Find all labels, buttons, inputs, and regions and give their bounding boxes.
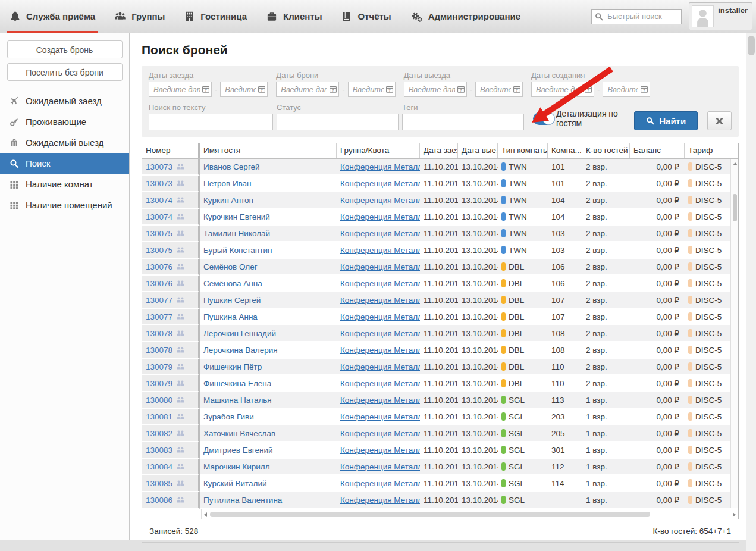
- column-header-guests[interactable]: К-во гостей: [582, 143, 630, 158]
- group-link[interactable]: Конференция Металлу: [340, 429, 420, 438]
- sidebar-item-premises-availability[interactable]: Наличие помещений: [0, 195, 129, 215]
- calendar-icon[interactable]: 7: [258, 85, 266, 95]
- calendar-icon[interactable]: 7: [513, 85, 521, 95]
- column-header-balance[interactable]: Баланс: [630, 143, 685, 158]
- column-header-tariff[interactable]: Тариф: [685, 143, 726, 158]
- table-row[interactable]: 130075 Тамилин Николай Конференция Метал…: [142, 226, 738, 242]
- table-row[interactable]: 130076 Семёнова Анна Конференция Металлу…: [142, 276, 738, 292]
- tab-groups[interactable]: Группы: [105, 0, 174, 33]
- scroll-up-arrow-icon[interactable]: [733, 162, 738, 165]
- group-link[interactable]: Конференция Металлу: [340, 162, 420, 171]
- vertical-scroll-thumb[interactable]: [733, 194, 737, 221]
- group-link[interactable]: Конференция Металлу: [340, 496, 420, 505]
- booking-number-link[interactable]: 130080: [146, 396, 172, 405]
- booking-number-link[interactable]: 130078: [146, 346, 172, 355]
- table-row[interactable]: 130079 Фишечкин Пётр Конференция Металлу…: [142, 359, 738, 375]
- table-row[interactable]: 130078 Лерочкин Геннадий Конференция Мет…: [142, 325, 738, 342]
- booking-number-link[interactable]: 130075: [146, 229, 172, 238]
- table-row[interactable]: 130079 Фишечкина Елена Конференция Метал…: [142, 375, 738, 392]
- text-search-input[interactable]: [149, 114, 273, 130]
- scroll-right-arrow-icon[interactable]: [733, 512, 736, 517]
- table-row[interactable]: 130076 Семёнов Олег Конференция Металлу …: [142, 259, 738, 276]
- group-link[interactable]: Конференция Металлу: [340, 379, 420, 388]
- booking-number-link[interactable]: 130076: [146, 279, 172, 288]
- tab-clients[interactable]: Клиенты: [256, 0, 331, 33]
- group-link[interactable]: Конференция Металлу: [340, 462, 420, 471]
- group-link[interactable]: Конференция Металлу: [340, 196, 420, 205]
- horizontal-scroll-thumb[interactable]: [210, 512, 650, 517]
- tab-hotel[interactable]: Гостиница: [174, 0, 256, 33]
- page-scroll-thumb[interactable]: [748, 36, 755, 55]
- table-row[interactable]: 130077 Пушкина Анна Конференция Металлу …: [142, 309, 738, 325]
- booking-number-link[interactable]: 130081: [146, 412, 172, 421]
- checkin-without-booking-button[interactable]: Поселить без брони: [7, 63, 123, 81]
- booking-number-link[interactable]: 130078: [146, 329, 172, 338]
- horizontal-scrollbar[interactable]: [142, 509, 738, 519]
- table-row[interactable]: 130085 Курский Виталий Конференция Метал…: [142, 475, 738, 492]
- booking-number-link[interactable]: 130075: [146, 246, 172, 255]
- booking-number-link[interactable]: 130079: [146, 362, 172, 371]
- page-scrollbar[interactable]: [746, 33, 756, 551]
- column-header-arrival[interactable]: Дата заез...: [420, 143, 458, 158]
- tab-reports[interactable]: Отчёты: [331, 0, 400, 33]
- group-link[interactable]: Конференция Металлу: [340, 212, 420, 221]
- sidebar-item-residents[interactable]: Проживающие: [0, 111, 129, 132]
- table-row[interactable]: 130077 Пушкин Сергей Конференция Металлу…: [142, 292, 738, 309]
- table-row[interactable]: 130080 Машкина Наталья Конференция Метал…: [142, 392, 738, 409]
- group-link[interactable]: Конференция Металлу: [340, 246, 420, 255]
- group-link[interactable]: Конференция Металлу: [340, 279, 420, 288]
- booking-number-link[interactable]: 130073: [146, 162, 172, 171]
- vertical-scrollbar[interactable]: [730, 159, 738, 508]
- column-header-number[interactable]: Номер: [142, 143, 200, 158]
- group-link[interactable]: Конференция Металлу: [340, 396, 420, 405]
- booking-number-link[interactable]: 130074: [146, 196, 172, 205]
- booking-number-link[interactable]: 130077: [146, 312, 172, 321]
- booking-number-link[interactable]: 130083: [146, 446, 172, 455]
- column-header-guest[interactable]: Имя гостя: [200, 143, 337, 158]
- table-row[interactable]: 130082 Хаточкин Вячеслав Конференция Мет…: [142, 425, 738, 442]
- booking-number-link[interactable]: 130079: [146, 379, 172, 388]
- group-link[interactable]: Конференция Металлу: [340, 412, 420, 421]
- table-row[interactable]: 130074 Курочкин Евгений Конференция Мета…: [142, 209, 738, 226]
- group-link[interactable]: Конференция Металлу: [340, 446, 420, 455]
- group-link[interactable]: Конференция Металлу: [340, 312, 420, 321]
- sidebar-item-search[interactable]: Поиск: [0, 153, 129, 174]
- calendar-icon[interactable]: 7: [640, 85, 648, 95]
- sidebar-item-expected-departure[interactable]: Ожидаемый выезд: [0, 132, 129, 153]
- group-link[interactable]: Конференция Металлу: [340, 329, 420, 338]
- tab-front-desk[interactable]: Служба приёма: [0, 0, 105, 33]
- scroll-left-arrow-icon[interactable]: [204, 512, 207, 517]
- table-row[interactable]: 130075 Бурый Константин Конференция Мета…: [142, 242, 738, 259]
- status-input[interactable]: [277, 114, 399, 130]
- column-header-room-type[interactable]: Тип комнаты: [498, 143, 548, 158]
- table-row[interactable]: 130073 Петров Иван Конференция Металлу 1…: [142, 176, 738, 192]
- booking-number-link[interactable]: 130073: [146, 179, 172, 188]
- group-link[interactable]: Конференция Металлу: [340, 262, 420, 271]
- table-row[interactable]: 130073 Иванов Сергей Конференция Металлу…: [142, 159, 738, 176]
- column-header-departure[interactable]: Дата вые...: [458, 143, 498, 158]
- booking-number-link[interactable]: 130074: [146, 212, 172, 221]
- calendar-icon[interactable]: 7: [202, 85, 210, 95]
- group-link[interactable]: Конференция Металлу: [340, 296, 420, 305]
- table-row[interactable]: 130078 Лерочкина Валерия Конференция Мет…: [142, 342, 738, 359]
- booking-number-link[interactable]: 130076: [146, 262, 172, 271]
- table-row[interactable]: 130081 Зурабов Гиви Конференция Металлу …: [142, 409, 738, 425]
- create-booking-button[interactable]: Создать бронь: [7, 40, 123, 58]
- table-row[interactable]: 130084 Марочкин Кирилл Конференция Метал…: [142, 459, 738, 475]
- booking-number-link[interactable]: 130082: [146, 429, 172, 438]
- table-row[interactable]: 130074 Куркин Антон Конференция Металлу …: [142, 192, 738, 209]
- calendar-icon[interactable]: 7: [457, 85, 465, 95]
- tab-administration[interactable]: Администрирование: [401, 0, 530, 33]
- group-link[interactable]: Конференция Металлу: [340, 479, 420, 488]
- clear-search-button[interactable]: [707, 111, 732, 130]
- booking-number-link[interactable]: 130077: [146, 296, 172, 305]
- find-button[interactable]: Найти: [634, 111, 698, 130]
- group-link[interactable]: Конференция Металлу: [340, 362, 420, 371]
- booking-number-link[interactable]: 130085: [146, 479, 172, 488]
- booking-number-link[interactable]: 130084: [146, 462, 172, 471]
- calendar-icon[interactable]: 7: [584, 85, 592, 95]
- horizontal-scroll-track[interactable]: [202, 509, 738, 519]
- calendar-icon[interactable]: 7: [385, 85, 394, 95]
- calendar-icon[interactable]: 7: [329, 85, 337, 95]
- group-link[interactable]: Конференция Металлу: [340, 229, 420, 238]
